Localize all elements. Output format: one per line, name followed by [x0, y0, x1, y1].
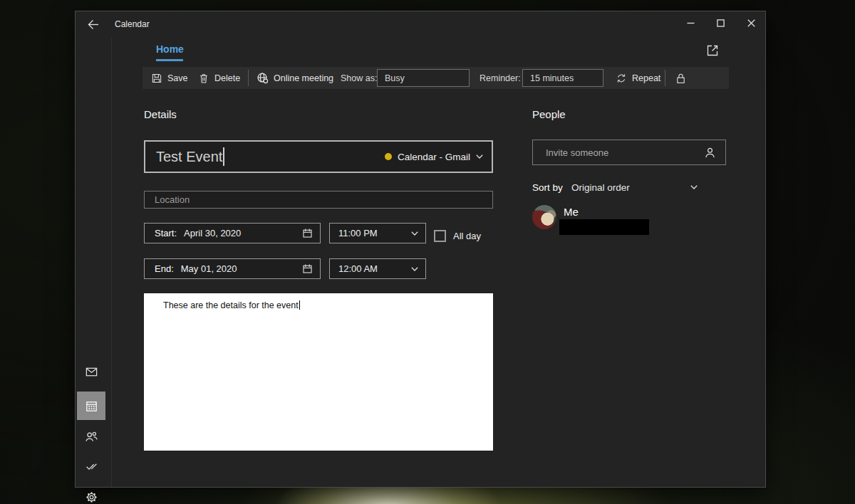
rail-item-todo[interactable] — [77, 452, 105, 481]
reminder-label: Reminder: — [480, 67, 521, 89]
rail-item-people[interactable] — [77, 422, 105, 451]
tab-home[interactable]: Home — [156, 43, 184, 61]
tab-home-label: Home — [156, 43, 184, 55]
text-caret — [223, 147, 224, 166]
minimize-button[interactable] — [676, 13, 705, 33]
open-in-new-window-button[interactable] — [701, 40, 724, 61]
event-name-value: Test Event — [156, 149, 222, 165]
command-toolbar: Save Delete Online mee — [142, 67, 729, 89]
delete-button[interactable]: Delete — [198, 67, 240, 89]
titlebar: Calendar — [76, 11, 765, 37]
close-button[interactable] — [737, 13, 765, 33]
text-caret — [299, 300, 300, 310]
all-day-label: All day — [453, 231, 481, 241]
repeat-button[interactable]: Repeat — [616, 67, 660, 89]
calendar-selector[interactable]: Calendar - Gmail — [385, 152, 483, 162]
calendar-app-icon — [85, 399, 98, 413]
rail-item-settings[interactable] — [77, 483, 105, 504]
reminder-value: 15 minutes — [530, 73, 574, 83]
save-button[interactable]: Save — [151, 67, 188, 89]
rail-item-mail[interactable] — [77, 357, 105, 386]
repeat-icon — [616, 73, 627, 84]
toolbar-separator — [248, 70, 249, 86]
event-description-text: These are the details for the event — [163, 300, 299, 310]
show-as-combobox[interactable]: Busy — [377, 69, 470, 87]
save-icon — [151, 73, 162, 84]
sort-by-row: Sort by Original order — [532, 182, 726, 196]
delete-label: Delete — [214, 73, 240, 83]
people-heading: People — [532, 108, 566, 120]
calendar-glyph-icon — [301, 227, 314, 239]
lock-icon — [675, 72, 687, 85]
people-icon — [85, 430, 98, 443]
trash-icon — [198, 73, 209, 84]
start-label: Start: — [155, 228, 177, 238]
rail-item-calendar[interactable] — [77, 392, 105, 420]
calendar-selector-label: Calendar - Gmail — [398, 152, 470, 162]
show-as-label: Show as: — [341, 67, 377, 89]
chevron-down-icon[interactable] — [690, 185, 698, 189]
invite-input[interactable] — [533, 140, 704, 165]
close-icon — [747, 19, 755, 27]
calendar-app-window: Calendar Home — [75, 11, 766, 488]
show-as-value: Busy — [385, 73, 405, 83]
gear-icon — [85, 490, 98, 504]
start-date-picker[interactable]: Start: April 30, 2020 — [144, 223, 321, 243]
maximize-button[interactable] — [706, 13, 735, 33]
invite-field — [532, 140, 726, 165]
open-in-new-window-icon — [705, 43, 720, 58]
calendar-color-dot — [385, 153, 392, 160]
end-date-value: May 01, 2020 — [181, 263, 237, 274]
tab-home-underline — [156, 59, 183, 61]
all-day-checkbox[interactable] — [434, 230, 446, 242]
online-meeting-button[interactable]: Online meeting — [256, 67, 333, 89]
person-icon — [704, 147, 716, 159]
back-button[interactable] — [83, 16, 103, 33]
sort-by-label: Sort by — [532, 182, 563, 193]
end-label: End: — [155, 263, 174, 274]
chevron-down-icon — [411, 267, 418, 271]
sort-order-dropdown[interactable]: Original order — [571, 182, 630, 193]
details-heading: Details — [144, 108, 177, 120]
maximize-icon — [717, 19, 725, 27]
globe-meeting-icon — [256, 72, 269, 84]
start-date-value: April 30, 2020 — [184, 228, 241, 238]
toolbar-separator — [665, 70, 665, 86]
online-meeting-label: Online meeting — [274, 73, 333, 83]
repeat-label: Repeat — [632, 73, 660, 83]
all-day-toggle[interactable]: All day — [434, 230, 481, 242]
save-label: Save — [167, 73, 188, 83]
chevron-down-icon — [411, 231, 418, 236]
back-arrow-icon — [87, 19, 99, 30]
avatar — [532, 205, 556, 229]
left-navigation-rail — [76, 37, 112, 487]
attendee-row-me[interactable]: Me — [532, 205, 726, 241]
start-time-combobox[interactable]: 11:00 PM — [329, 223, 426, 243]
location-input[interactable] — [145, 191, 502, 208]
minimize-icon — [687, 19, 695, 27]
end-time-combobox[interactable]: 12:00 AM — [329, 258, 426, 279]
event-name-field[interactable]: Test Event Calendar - Gmail — [144, 140, 493, 173]
window-title: Calendar — [115, 19, 150, 29]
start-time-value: 11:00 PM — [338, 228, 378, 238]
reminder-combobox[interactable]: 15 minutes — [522, 69, 603, 87]
mail-icon — [85, 365, 98, 379]
event-description-editor[interactable]: These are the details for the event — [144, 293, 493, 451]
private-lock-button[interactable] — [675, 67, 687, 89]
attendee-name: Me — [564, 206, 579, 218]
double-check-icon — [85, 460, 98, 473]
end-time-value: 12:00 AM — [338, 263, 378, 274]
calendar-glyph-icon — [301, 263, 314, 275]
attendee-email-redacted — [559, 219, 649, 235]
chevron-down-icon — [476, 154, 483, 159]
end-date-picker[interactable]: End: May 01, 2020 — [144, 258, 321, 279]
location-field — [144, 191, 493, 209]
